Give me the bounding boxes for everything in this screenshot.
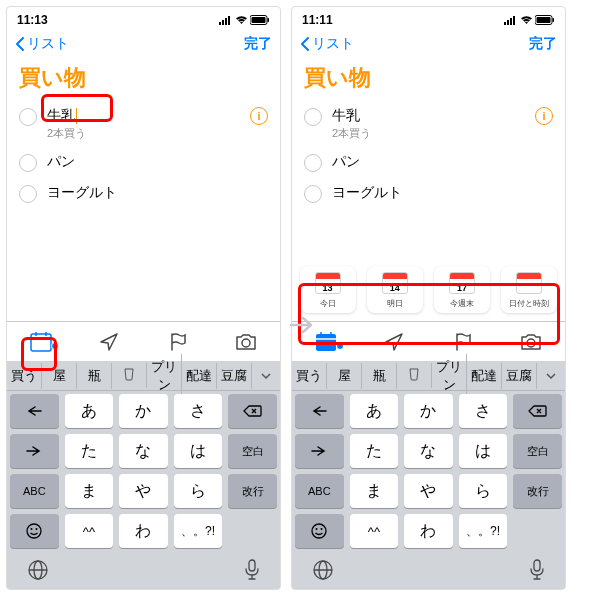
- suggestion[interactable]: 豆腐: [217, 363, 252, 389]
- suggestion[interactable]: [397, 363, 432, 388]
- suggestion-toggle[interactable]: [537, 372, 565, 380]
- complete-radio[interactable]: [19, 108, 37, 126]
- suggestion[interactable]: 屋: [42, 363, 77, 389]
- key[interactable]: あ: [350, 394, 399, 428]
- key[interactable]: ら: [174, 474, 223, 508]
- key-return[interactable]: 改行: [228, 474, 277, 508]
- date-chip-today[interactable]: 13 今日: [300, 266, 356, 313]
- reminder-item[interactable]: ヨーグルト: [7, 178, 280, 209]
- suggestion[interactable]: 買う: [7, 363, 42, 389]
- svg-rect-2: [225, 18, 227, 25]
- key[interactable]: さ: [174, 394, 223, 428]
- key[interactable]: わ: [119, 514, 168, 548]
- key[interactable]: ま: [65, 474, 114, 508]
- key[interactable]: わ: [404, 514, 453, 548]
- key[interactable]: は: [459, 434, 508, 468]
- key[interactable]: ま: [350, 474, 399, 508]
- globe-icon[interactable]: [312, 559, 334, 581]
- svg-point-32: [316, 528, 318, 530]
- key[interactable]: ら: [459, 474, 508, 508]
- key-left-arrow[interactable]: [10, 394, 59, 428]
- reminder-item[interactable]: 牛乳 2本買う i: [292, 101, 565, 147]
- reminder-item[interactable]: 牛乳 2本買う i: [7, 101, 280, 147]
- suggestion[interactable]: 瓶: [362, 363, 397, 389]
- key-emoji[interactable]: [295, 514, 344, 548]
- key[interactable]: あ: [65, 394, 114, 428]
- complete-radio[interactable]: [304, 108, 322, 126]
- reminder-title[interactable]: 牛乳: [47, 107, 240, 125]
- suggestion[interactable]: 瓶: [77, 363, 112, 389]
- key[interactable]: や: [119, 474, 168, 508]
- complete-radio[interactable]: [19, 185, 37, 203]
- reminder-list: 牛乳 2本買う i パン ヨーグルト: [7, 101, 280, 321]
- reminder-item[interactable]: ヨーグルト: [292, 178, 565, 209]
- status-bar: 11:13: [7, 7, 280, 29]
- location-icon: [99, 332, 119, 352]
- date-chip-tomorrow[interactable]: 14 明日: [367, 266, 423, 313]
- key[interactable]: か: [404, 394, 453, 428]
- key[interactable]: た: [350, 434, 399, 468]
- complete-radio[interactable]: [304, 154, 322, 172]
- key[interactable]: さ: [459, 394, 508, 428]
- mic-icon[interactable]: [529, 559, 545, 581]
- complete-radio[interactable]: [19, 154, 37, 172]
- nav-bar: リスト 完了: [292, 29, 565, 59]
- mic-icon[interactable]: [244, 559, 260, 581]
- key[interactable]: 、。?!: [459, 514, 508, 548]
- key[interactable]: は: [174, 434, 223, 468]
- wifi-icon: [520, 15, 533, 25]
- suggestion[interactable]: 配達: [182, 363, 217, 389]
- camera-button[interactable]: [511, 333, 551, 351]
- list-title: 買い物: [292, 59, 565, 101]
- key[interactable]: な: [119, 434, 168, 468]
- input-toolbar: [292, 321, 565, 361]
- key-right-arrow[interactable]: [10, 434, 59, 468]
- keyboard-bottom: [7, 551, 280, 589]
- key-abc[interactable]: ABC: [295, 474, 344, 508]
- reminder-item[interactable]: パン: [7, 147, 280, 178]
- globe-icon[interactable]: [27, 559, 49, 581]
- key-backspace[interactable]: [513, 394, 562, 428]
- back-button[interactable]: リスト: [15, 35, 69, 53]
- suggestion[interactable]: [112, 363, 147, 388]
- key[interactable]: 、。?!: [174, 514, 223, 548]
- done-button[interactable]: 完了: [244, 35, 272, 53]
- camera-button[interactable]: [226, 333, 266, 351]
- phone-right: 11:11 リスト 完了 買い物 牛乳 2本買う i: [291, 6, 566, 590]
- key[interactable]: か: [119, 394, 168, 428]
- info-icon[interactable]: i: [250, 107, 268, 125]
- suggestion[interactable]: 屋: [327, 363, 362, 389]
- flag-button[interactable]: [443, 332, 483, 352]
- date-chip-custom[interactable]: ··· 日付と時刻: [501, 266, 557, 313]
- back-button[interactable]: リスト: [300, 35, 354, 53]
- key-backspace[interactable]: [228, 394, 277, 428]
- flag-button[interactable]: [158, 332, 198, 352]
- key[interactable]: た: [65, 434, 114, 468]
- suggestion[interactable]: 買う: [292, 363, 327, 389]
- location-button[interactable]: [374, 332, 414, 352]
- key-abc[interactable]: ABC: [10, 474, 59, 508]
- suggestion[interactable]: 配達: [467, 363, 502, 389]
- done-button[interactable]: 完了: [529, 35, 557, 53]
- reminder-item[interactable]: パン: [292, 147, 565, 178]
- calendar-button[interactable]: [21, 332, 61, 352]
- calendar-day-icon: 17: [449, 272, 475, 294]
- key[interactable]: な: [404, 434, 453, 468]
- key[interactable]: や: [404, 474, 453, 508]
- date-chip-weekend[interactable]: 17 今週末: [434, 266, 490, 313]
- suggestion[interactable]: 豆腐: [502, 363, 537, 389]
- key-right-arrow[interactable]: [295, 434, 344, 468]
- camera-icon: [235, 333, 257, 351]
- key-return[interactable]: 改行: [513, 474, 562, 508]
- info-icon[interactable]: i: [535, 107, 553, 125]
- key-space[interactable]: 空白: [513, 434, 562, 468]
- key-emoji[interactable]: [10, 514, 59, 548]
- complete-radio[interactable]: [304, 185, 322, 203]
- key[interactable]: ^^: [65, 514, 114, 548]
- suggestion-toggle[interactable]: [252, 372, 280, 380]
- key-left-arrow[interactable]: [295, 394, 344, 428]
- location-button[interactable]: [89, 332, 129, 352]
- key[interactable]: ^^: [350, 514, 399, 548]
- chevron-down-icon: [545, 372, 557, 380]
- key-space[interactable]: 空白: [228, 434, 277, 468]
